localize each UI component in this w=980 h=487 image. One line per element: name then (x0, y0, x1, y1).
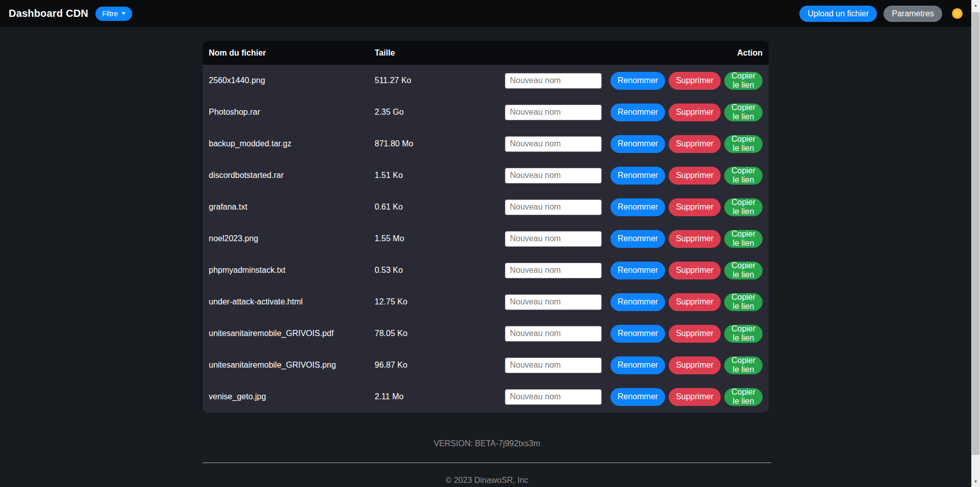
file-size: 2.11 Mo (375, 392, 505, 401)
new-name-input[interactable] (505, 168, 602, 184)
copy-link-button[interactable]: Copier le lien (724, 388, 763, 406)
copyright-text: © 2023 DinawoSR, Inc (203, 476, 771, 485)
row-actions: Renommer Supprimer Copier le lien (505, 198, 763, 216)
file-name: phpmyadminstack.txt (209, 266, 375, 275)
rename-button[interactable]: Renommer (610, 388, 665, 406)
rename-button[interactable]: Renommer (610, 72, 665, 90)
column-header-action: Action (505, 48, 763, 58)
rename-button[interactable]: Renommer (610, 104, 665, 121)
copy-link-button[interactable]: Copier le lien (724, 325, 763, 343)
new-name-input[interactable] (505, 389, 602, 405)
vertical-scrollbar[interactable]: ▲ ▼ (971, 0, 980, 487)
table-body: 2560x1440.png 511.27 Ko Renommer Supprim… (203, 65, 769, 413)
table-row: Photoshop.rar 2.35 Go Renommer Supprimer… (203, 96, 769, 128)
delete-button[interactable]: Supprimer (669, 72, 721, 90)
version-text: VERSION: BETA-7j992txs3m (203, 439, 771, 448)
delete-button[interactable]: Supprimer (669, 325, 721, 343)
new-name-input[interactable] (505, 136, 602, 152)
delete-button[interactable]: Supprimer (669, 198, 721, 216)
copy-link-button[interactable]: Copier le lien (724, 198, 763, 216)
file-size: 96.87 Ko (375, 361, 505, 370)
copy-link-button[interactable]: Copier le lien (724, 72, 763, 90)
filter-dropdown-button[interactable]: Filtre (95, 7, 132, 21)
file-name: backup_modded.tar.gz (209, 139, 375, 148)
row-actions: Renommer Supprimer Copier le lien (505, 293, 763, 311)
rename-button[interactable]: Renommer (610, 230, 665, 248)
delete-button[interactable]: Supprimer (669, 167, 721, 185)
row-actions: Renommer Supprimer Copier le lien (505, 325, 763, 343)
row-actions: Renommer Supprimer Copier le lien (505, 388, 763, 406)
table-row: under-attack-activate.html 12.75 Ko Reno… (203, 286, 769, 318)
new-name-input[interactable] (505, 326, 602, 342)
new-name-input[interactable] (505, 357, 602, 373)
rename-button[interactable]: Renommer (610, 167, 665, 185)
table-row: noel2023.png 1.55 Mo Renommer Supprimer … (203, 223, 769, 254)
row-actions: Renommer Supprimer Copier le lien (505, 230, 763, 248)
delete-button[interactable]: Supprimer (669, 135, 721, 153)
rename-button[interactable]: Renommer (610, 262, 665, 279)
file-size: 78.05 Ko (375, 329, 505, 338)
scrollbar-thumb[interactable] (972, 12, 979, 455)
column-header-name: Nom du fichier (209, 48, 375, 58)
app-title: Dashboard CDN (9, 8, 88, 19)
file-size: 871.80 Mo (375, 139, 505, 148)
rename-button[interactable]: Renommer (610, 135, 665, 153)
table-row: grafana.txt 0.61 Ko Renommer Supprimer C… (203, 191, 769, 223)
copy-link-button[interactable]: Copier le lien (724, 293, 763, 311)
row-actions: Renommer Supprimer Copier le lien (505, 135, 763, 153)
file-name: 2560x1440.png (209, 76, 375, 85)
delete-button[interactable]: Supprimer (669, 262, 721, 279)
file-name: noel2023.png (209, 234, 375, 243)
row-actions: Renommer Supprimer Copier le lien (505, 72, 763, 90)
delete-button[interactable]: Supprimer (669, 356, 721, 374)
new-name-input[interactable] (505, 231, 602, 247)
settings-button[interactable]: Parametres (884, 6, 942, 22)
copy-link-button[interactable]: Copier le lien (724, 230, 763, 248)
file-name: grafana.txt (209, 202, 375, 212)
new-name-input[interactable] (505, 73, 602, 89)
copy-link-button[interactable]: Copier le lien (724, 104, 763, 121)
file-size: 12.75 Ko (375, 297, 505, 306)
file-table: Nom du fichier Taille Action 2560x1440.p… (203, 41, 769, 413)
main-content: Nom du fichier Taille Action 2560x1440.p… (203, 41, 769, 485)
new-name-input[interactable] (505, 199, 602, 215)
delete-button[interactable]: Supprimer (669, 388, 721, 406)
navbar-actions: Upload un fichier Parametres (799, 6, 963, 22)
row-actions: Renommer Supprimer Copier le lien (505, 356, 763, 374)
filter-dropdown-label: Filtre (102, 10, 118, 18)
table-row: 2560x1440.png 511.27 Ko Renommer Supprim… (203, 65, 769, 96)
new-name-input[interactable] (505, 105, 602, 120)
rename-button[interactable]: Renommer (610, 198, 665, 216)
table-row: discordbotstarted.rar 1.51 Ko Renommer S… (203, 160, 769, 191)
rename-button[interactable]: Renommer (610, 356, 665, 374)
copy-link-button[interactable]: Copier le lien (724, 167, 763, 185)
file-name: unitesanitairemobile_GRIVOIS.png (209, 361, 375, 370)
file-name: discordbotstarted.rar (209, 171, 375, 180)
scrollbar-up-arrow-icon[interactable]: ▲ (971, 1, 980, 10)
new-name-input[interactable] (505, 294, 602, 310)
delete-button[interactable]: Supprimer (669, 293, 721, 311)
upload-file-button[interactable]: Upload un fichier (799, 6, 877, 22)
scrollbar-down-arrow-icon[interactable]: ▼ (971, 477, 980, 486)
page: Dashboard CDN Filtre Upload un fichier P… (0, 0, 971, 487)
sun-icon[interactable] (952, 8, 963, 19)
copy-link-button[interactable]: Copier le lien (724, 135, 763, 153)
table-row: phpmyadminstack.txt 0.53 Ko Renommer Sup… (203, 254, 769, 286)
file-size: 0.61 Ko (375, 202, 505, 212)
file-size: 2.35 Go (375, 108, 505, 117)
delete-button[interactable]: Supprimer (669, 104, 721, 121)
copy-link-button[interactable]: Copier le lien (724, 356, 763, 374)
top-navbar: Dashboard CDN Filtre Upload un fichier P… (0, 0, 971, 27)
chevron-down-icon (121, 12, 126, 15)
file-size: 1.51 Ko (375, 171, 505, 180)
copy-link-button[interactable]: Copier le lien (724, 262, 763, 279)
rename-button[interactable]: Renommer (610, 325, 665, 343)
file-size: 511.27 Ko (375, 76, 505, 85)
delete-button[interactable]: Supprimer (669, 230, 721, 248)
row-actions: Renommer Supprimer Copier le lien (505, 262, 763, 279)
file-name: under-attack-activate.html (209, 297, 375, 306)
table-header-row: Nom du fichier Taille Action (203, 41, 769, 65)
file-size: 0.53 Ko (375, 266, 505, 275)
new-name-input[interactable] (505, 263, 602, 278)
rename-button[interactable]: Renommer (610, 293, 665, 311)
